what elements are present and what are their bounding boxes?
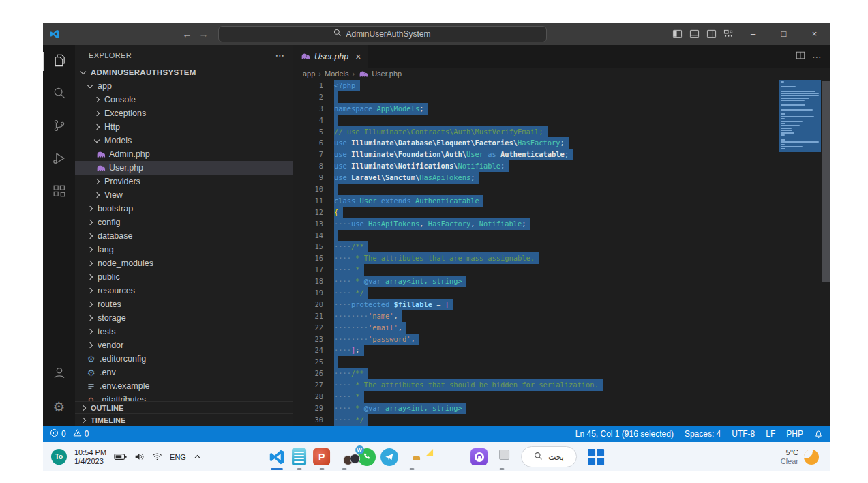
minimap[interactable] (779, 80, 821, 152)
section-outline[interactable]: OUTLINE (75, 401, 293, 413)
code-line-6[interactable]: 6use Illuminate\Database\Eloquent\Factor… (293, 137, 830, 149)
file-editorconfig[interactable]: ⚙.editorconfig (75, 352, 293, 366)
code-line-12[interactable]: 12{ (293, 207, 830, 218)
code-line-30[interactable]: 30···· */ (293, 414, 830, 426)
activity-settings[interactable]: ⚙ (43, 390, 75, 423)
taskbar-app-purple-chat[interactable] (468, 443, 490, 471)
folder-providers[interactable]: Providers (75, 175, 293, 188)
code-line-16[interactable]: 16···· * The attributes that are mass as… (293, 252, 830, 264)
file-user-php[interactable]: User.php (75, 161, 293, 175)
taskbar-app-notepad[interactable] (288, 443, 310, 471)
taskbar-app-sticky-note-dark[interactable] (423, 443, 445, 471)
folder-public[interactable]: public (75, 270, 293, 284)
breadcrumb-models[interactable]: Models (325, 70, 348, 78)
taskbar-app-vscode[interactable] (265, 443, 288, 471)
breadcrumb-app[interactable]: app (303, 70, 315, 78)
code-line-10[interactable]: 10 (293, 184, 830, 195)
taskbar-app-telegram[interactable] (378, 443, 400, 471)
editor-scrollbar[interactable] (822, 80, 830, 282)
folder-app[interactable]: app (75, 79, 293, 93)
indentation[interactable]: Spaces: 4 (685, 429, 721, 439)
code-line-24[interactable]: 24····]; (293, 345, 830, 356)
battery-icon[interactable] (114, 452, 127, 461)
code-line-18[interactable]: 18···· * @var array<int, string> (293, 276, 830, 287)
folder-tests[interactable]: tests (75, 325, 293, 338)
close-icon[interactable]: × (799, 23, 830, 45)
taskbar-app-powerpoint[interactable]: P (310, 443, 333, 471)
folder-storage[interactable]: storage (75, 311, 293, 325)
activity-extensions[interactable] (43, 176, 75, 209)
more-actions-icon[interactable]: ⋯ (812, 51, 822, 62)
tray-app-badge[interactable]: To (51, 449, 67, 465)
file-env[interactable]: ⚙.env (75, 366, 293, 379)
folder-vendor[interactable]: vendor (75, 338, 293, 352)
bell-icon[interactable] (814, 430, 823, 439)
code-line-19[interactable]: 19···· */ (293, 287, 830, 299)
minimize-icon[interactable]: – (738, 23, 768, 45)
code-line-21[interactable]: 21········'name', (293, 310, 830, 322)
cursor-position[interactable]: Ln 45, Col 1 (916 selected) (575, 429, 674, 439)
folder-database[interactable]: database (75, 229, 293, 243)
folder-lang[interactable]: lang (75, 243, 293, 257)
file-env-example[interactable]: .env.example (75, 379, 293, 393)
encoding[interactable]: UTF-8 (732, 429, 755, 439)
code-line-3[interactable]: 3namespace App\Models; (293, 103, 830, 115)
split-editor-icon[interactable] (796, 50, 805, 62)
back-icon[interactable]: ← (183, 29, 192, 40)
activity-search[interactable] (43, 78, 75, 111)
code-line-27[interactable]: 27···· * The attributes that should be h… (293, 379, 830, 391)
folder-config[interactable]: config (75, 216, 293, 229)
start-button[interactable] (585, 443, 608, 471)
hidden-icons-chevron[interactable] (194, 454, 201, 460)
code-line-7[interactable]: 7use Illuminate\Foundation\Auth\User as … (293, 149, 830, 160)
activity-source-control[interactable] (43, 111, 75, 143)
code-line-1[interactable]: 1<?php (293, 80, 830, 91)
close-tab-icon[interactable]: × (355, 51, 361, 62)
tree-root-adminuserauthsystem[interactable]: ADMINUSERAUTHSYSTEM (75, 65, 293, 79)
code-line-2[interactable]: 2 (293, 91, 830, 103)
code-line-5[interactable]: 5// use Illuminate\Contracts\Auth\MustVe… (293, 126, 830, 138)
folder-bootstrap[interactable]: bootstrap (75, 202, 293, 216)
taskbar-search[interactable]: بحث (521, 446, 577, 467)
input-language[interactable]: ENG (170, 453, 186, 461)
folder-resources[interactable]: resources (75, 284, 293, 297)
code-line-28[interactable]: 28···· * (293, 391, 830, 402)
wifi-icon[interactable] (152, 452, 162, 461)
code-line-8[interactable]: 8use Illuminate\Notifications\Notifiable… (293, 160, 830, 172)
code-line-25[interactable]: 25 (293, 356, 830, 368)
folder-models[interactable]: Models (75, 134, 293, 147)
activity-run-and-debug[interactable] (43, 143, 75, 176)
file-gitattributes[interactable]: .gitattributes (75, 393, 293, 401)
code-line-20[interactable]: 20····protected $fillable = [ (293, 299, 830, 310)
taskbar-app-chrome[interactable] (445, 443, 468, 471)
command-center-search[interactable]: AdminUserAuthSystem (218, 26, 547, 42)
folder-http[interactable]: Http (75, 120, 293, 134)
taskbar-app-file-explorer[interactable] (400, 443, 423, 471)
toggle-panel-icon[interactable] (689, 29, 700, 39)
code-line-13[interactable]: 13····use HasApiTokens, HasFactory, Noti… (293, 218, 830, 230)
code-area[interactable]: 1<?php 2 3namespace App\Models; 4 5// us… (293, 80, 830, 426)
clock[interactable]: 10:54 PM 1/4/2023 (74, 448, 106, 466)
folder-console[interactable]: Console (75, 93, 293, 106)
section-timeline[interactable]: TIMELINE (75, 413, 293, 426)
eol-sequence[interactable]: LF (766, 429, 775, 439)
code-line-23[interactable]: 23········'password', (293, 334, 830, 345)
code-line-9[interactable]: 9use Laravel\Sanctum\HasApiTokens; (293, 172, 830, 184)
problems-indicator[interactable]: 0 0 (50, 428, 89, 439)
speaker-icon[interactable] (134, 452, 145, 461)
code-line-17[interactable]: 17···· * (293, 264, 830, 276)
toggle-primary-sidebar-icon[interactable] (672, 29, 683, 39)
folder-node-modules[interactable]: node_modules (75, 257, 293, 270)
weather-widget[interactable]: 5°C Clear (781, 448, 830, 466)
tab-user-php[interactable]: User.php × (293, 45, 368, 68)
customize-layout-icon[interactable] (723, 29, 734, 39)
file-admin-php[interactable]: Admin.php (75, 147, 293, 161)
breadcrumb-file[interactable]: User.php (372, 70, 402, 78)
toggle-secondary-sidebar-icon[interactable] (706, 29, 717, 39)
code-line-4[interactable]: 4 (293, 115, 830, 126)
taskbar-app-screen-app[interactable] (490, 443, 513, 471)
folder-exceptions[interactable]: Exceptions (75, 106, 293, 120)
activity-account[interactable] (43, 357, 75, 390)
activity-explorer[interactable] (43, 45, 75, 78)
forward-icon[interactable]: → (199, 29, 209, 40)
